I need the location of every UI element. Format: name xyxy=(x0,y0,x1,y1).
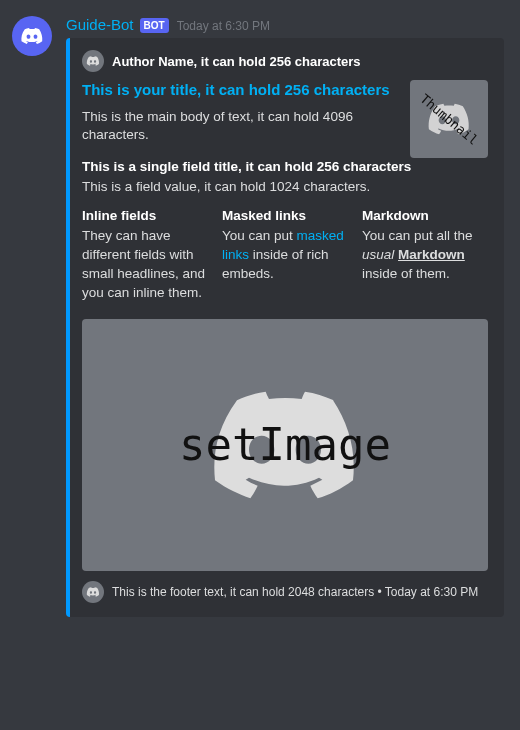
field-value: You can put masked links inside of rich … xyxy=(222,227,348,284)
inline-field: Inline fields They can have different fi… xyxy=(82,207,208,303)
author-name: Author Name, it can hold 256 characters xyxy=(112,54,361,69)
embed-author: Author Name, it can hold 256 characters xyxy=(82,50,488,72)
discord-icon xyxy=(20,24,44,48)
field-title: Masked links xyxy=(222,207,348,225)
field-value: This is a field value, it can hold 1024 … xyxy=(82,178,488,197)
author-icon xyxy=(82,50,104,72)
footer-icon xyxy=(82,581,104,603)
embed-description: This is the main body of text, it can ho… xyxy=(82,108,396,146)
inline-field: Masked links You can put masked links in… xyxy=(222,207,348,303)
bot-avatar[interactable] xyxy=(12,16,52,56)
field-title: This is a single field title, it can hol… xyxy=(82,158,488,176)
embed-top-row: This is your title, it can hold 256 char… xyxy=(82,80,488,158)
embed-image[interactable]: setImage xyxy=(82,319,488,571)
field-title: Markdown xyxy=(362,207,488,225)
message-header: Guide-Bot BOT Today at 6:30 PM xyxy=(66,16,504,34)
message-timestamp: Today at 6:30 PM xyxy=(177,19,270,33)
field-title: Inline fields xyxy=(82,207,208,225)
field-value: They can have different fields with smal… xyxy=(82,227,208,303)
embed: Author Name, it can hold 256 characters … xyxy=(66,38,504,617)
embed-inline-fields: Inline fields They can have different fi… xyxy=(82,207,488,303)
inline-field: Markdown You can put all the usual Markd… xyxy=(362,207,488,303)
message: Guide-Bot BOT Today at 6:30 PM Author Na… xyxy=(12,16,504,617)
footer-text: This is the footer text, it can hold 204… xyxy=(112,585,478,599)
bot-badge: BOT xyxy=(140,18,169,33)
username[interactable]: Guide-Bot xyxy=(66,16,134,33)
image-label: setImage xyxy=(179,419,391,470)
embed-thumbnail[interactable]: Thumbnail xyxy=(410,80,488,158)
embed-title[interactable]: This is your title, it can hold 256 char… xyxy=(82,80,396,100)
field-value: You can put all the usual Markdown insid… xyxy=(362,227,488,284)
embed-footer: This is the footer text, it can hold 204… xyxy=(82,581,488,603)
message-content: Guide-Bot BOT Today at 6:30 PM Author Na… xyxy=(66,16,504,617)
embed-field-single: This is a single field title, it can hol… xyxy=(82,158,488,197)
